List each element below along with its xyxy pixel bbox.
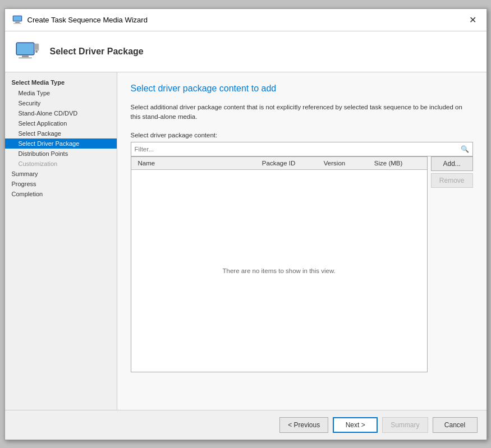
svg-rect-3 — [13, 23, 21, 24]
sidebar-item-media-type[interactable]: Media Type — [5, 88, 117, 98]
dialog-window: Create Task Sequence Media Wizard ✕ Sele… — [4, 8, 487, 440]
svg-rect-7 — [19, 57, 32, 59]
sidebar-item-select-driver-package[interactable]: Select Driver Package — [5, 138, 117, 149]
title-bar: Create Task Sequence Media Wizard ✕ — [5, 9, 487, 31]
table-wrap: Name Package ID Version Size (MB) There … — [131, 156, 428, 372]
wizard-icon — [12, 14, 23, 25]
svg-rect-6 — [22, 56, 29, 57]
main-content: Select Media Type Media Type Security St… — [5, 72, 487, 410]
filter-row: 🔍 — [131, 142, 473, 156]
summary-button[interactable]: Summary — [382, 417, 428, 433]
close-button[interactable]: ✕ — [466, 13, 480, 26]
content-area: Select driver package content to add Sel… — [117, 72, 487, 410]
content-title: Select driver package content to add — [131, 84, 473, 94]
sidebar-item-select-package[interactable]: Select Package — [5, 128, 117, 138]
header-section: Select Driver Package — [5, 31, 487, 72]
svg-point-10 — [35, 50, 38, 53]
svg-rect-1 — [13, 16, 21, 21]
col-package-id: Package ID — [260, 159, 322, 168]
footer: < Previous Next > Summary Cancel — [5, 410, 487, 440]
next-button[interactable]: Next > — [333, 417, 378, 433]
sidebar-item-progress[interactable]: Progress — [5, 179, 117, 189]
table-body: There are no items to show in this view. — [131, 170, 427, 372]
table-container: Name Package ID Version Size (MB) There … — [131, 156, 428, 372]
header-icon — [14, 38, 41, 65]
sidebar-item-customization: Customization — [5, 159, 117, 169]
previous-button[interactable]: < Previous — [279, 417, 328, 433]
sidebar-item-security[interactable]: Security — [5, 98, 117, 108]
remove-button[interactable]: Remove — [431, 173, 473, 188]
sidebar-item-select-application[interactable]: Select Application — [5, 118, 117, 128]
sidebar: Select Media Type Media Type Security St… — [5, 72, 117, 410]
search-icon: 🔍 — [461, 145, 469, 153]
filter-input-wrap: 🔍 — [131, 142, 473, 156]
svg-rect-2 — [15, 22, 20, 23]
add-button[interactable]: Add... — [431, 156, 473, 171]
section-label: Select driver package content: — [131, 132, 473, 138]
col-version: Version — [322, 159, 372, 168]
sidebar-item-summary[interactable]: Summary — [5, 169, 117, 179]
col-size: Size (MB) — [372, 159, 423, 168]
filter-input[interactable] — [135, 146, 461, 153]
table-empty-message: There are no items to show in this view. — [222, 267, 335, 274]
table-header: Name Package ID Version Size (MB) — [131, 157, 427, 170]
content-description: Select additional driver package content… — [131, 103, 473, 122]
sidebar-category: Select Media Type — [5, 77, 117, 88]
dialog-title: Create Task Sequence Media Wizard — [27, 16, 148, 24]
cancel-button[interactable]: Cancel — [433, 417, 478, 433]
sidebar-item-completion[interactable]: Completion — [5, 189, 117, 199]
table-and-add: Name Package ID Version Size (MB) There … — [131, 156, 473, 372]
sidebar-item-distribution-points[interactable]: Distribution Points — [5, 149, 117, 159]
sidebar-item-standalone-cd[interactable]: Stand-Alone CD/DVD — [5, 108, 117, 118]
col-name: Name — [136, 159, 260, 168]
header-title: Select Driver Package — [50, 47, 144, 57]
svg-rect-9 — [35, 44, 38, 49]
svg-rect-5 — [17, 43, 34, 54]
add-remove-buttons: Add... Remove — [431, 156, 473, 188]
title-bar-left: Create Task Sequence Media Wizard — [12, 14, 148, 25]
